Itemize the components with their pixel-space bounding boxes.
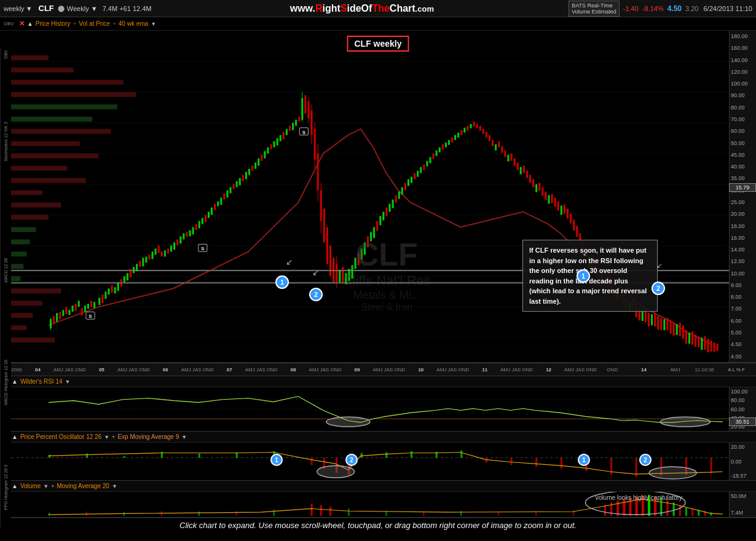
price-scale: 180.00 160.00 140.00 120.00 100.00 90.00… [729, 31, 756, 362]
svg-rect-288 [535, 458, 537, 467]
vol-title[interactable]: Volume [20, 483, 41, 489]
weekly-dropdown-icon[interactable]: ▼ [26, 5, 33, 12]
vol-ma-label[interactable]: Moving Average 20 [57, 483, 109, 489]
svg-rect-153 [392, 199, 394, 208]
vol-at-price-label[interactable]: Vol at Price [79, 20, 110, 27]
circle-ann-1a: 1 [275, 275, 289, 289]
svg-rect-106 [267, 148, 269, 154]
svg-rect-200 [538, 183, 540, 191]
svg-rect-65 [139, 261, 141, 267]
tl-08: 08 [278, 367, 309, 373]
ppo-ema-dropdown[interactable]: ▼ [181, 434, 187, 440]
ppo-ema-label[interactable]: Exp Moving Average 9 [117, 433, 179, 440]
svg-rect-256 [714, 342, 715, 352]
ppo-title[interactable]: Price Percent Oscillator 12 26 [20, 433, 101, 440]
vol-title-dropdown[interactable]: ▼ [43, 483, 49, 489]
svg-rect-239 [660, 318, 662, 330]
svg-rect-243 [673, 322, 675, 336]
weekly-label: weekly [4, 5, 25, 12]
price-70: 70.00 [731, 116, 755, 122]
rsi-panel: ✕ ▲ Wilder's RSI 14 ▼ 100.00 80.00 60.00… [0, 376, 756, 432]
svg-rect-160 [414, 173, 415, 180]
price-history-label[interactable]: Price History [36, 20, 71, 27]
ema-40-dropdown[interactable]: ▼ [151, 21, 156, 27]
svg-rect-74 [167, 248, 169, 253]
vol-ma-dropdown[interactable]: ▼ [112, 483, 117, 489]
svg-rect-311 [460, 511, 462, 516]
ppo-ema-sep: + [112, 434, 115, 440]
arrow-down-3: ↙ [583, 249, 589, 258]
svg-rect-25 [11, 55, 49, 60]
svg-rect-181 [479, 126, 481, 131]
price-pct: -8.14% [642, 5, 664, 12]
svg-rect-49 [87, 304, 89, 309]
watermark-industry: Steel & Iron [343, 302, 431, 313]
price-history-close[interactable]: ✕ [19, 20, 25, 28]
svg-rect-193 [517, 163, 519, 170]
svg-rect-100 [248, 169, 250, 175]
vol-dropdown[interactable]: ▲ [12, 483, 18, 489]
svg-rect-295 [711, 458, 712, 474]
svg-rect-282 [385, 452, 387, 458]
svg-rect-38 [53, 316, 55, 323]
price-12: 12.00 [731, 258, 755, 264]
main-chart[interactable]: CLF Cliffs Nat'l Res Metals & Mi... Stee… [0, 31, 756, 363]
svg-rect-154 [395, 195, 397, 203]
svg-rect-235 [648, 313, 650, 326]
svg-rect-185 [492, 140, 494, 146]
tl-04: 04 [22, 367, 53, 373]
svg-rect-277 [311, 458, 313, 465]
rsi-title[interactable]: Wilder's RSI 14 [20, 378, 63, 385]
svg-rect-151 [385, 207, 387, 216]
svg-rect-130 [323, 208, 325, 242]
ppo-neg18: -18.57 [731, 473, 755, 479]
timeframe-selector[interactable]: Weekly ▼ [67, 5, 98, 12]
price-60: 60.00 [731, 128, 755, 134]
price-6: 6.00 [731, 318, 755, 324]
svg-rect-28 [11, 251, 26, 256]
ticker-icon: ⬤ [58, 5, 65, 12]
tl-ond: OND [597, 367, 628, 373]
svg-text:S: S [302, 130, 306, 135]
price-history-dropdown[interactable]: ▲ [27, 20, 33, 27]
svg-rect-93 [226, 191, 228, 198]
svg-rect-156 [401, 188, 403, 195]
svg-point-297 [649, 467, 696, 479]
svg-rect-41 [62, 310, 64, 316]
current-price-box: 15.79 [729, 183, 756, 192]
svg-rect-189 [504, 151, 506, 157]
svg-rect-167 [436, 151, 438, 156]
weekly-selector[interactable]: weekly ▼ [4, 5, 33, 12]
svg-rect-241 [666, 318, 668, 330]
svg-rect-198 [532, 180, 534, 188]
svg-rect-174 [457, 133, 459, 138]
svg-rect-204 [551, 194, 553, 203]
price-7: 7.00 [731, 306, 755, 312]
svg-rect-73 [164, 250, 166, 256]
timeframe-dropdown-icon[interactable]: ▼ [91, 5, 98, 12]
svg-rect-111 [283, 132, 285, 140]
svg-rect-201 [541, 188, 543, 196]
svg-rect-14 [11, 191, 42, 195]
svg-rect-318 [623, 499, 625, 516]
svg-point-267 [326, 417, 370, 427]
website-chart: Chart [390, 3, 415, 14]
rsi-title-dropdown[interactable]: ▼ [65, 379, 71, 385]
ppo-title-dropdown[interactable]: ▼ [104, 434, 109, 440]
ppo-panel: ✕ ▲ Price Percent Oscillator 12 26 ▼ + E… [0, 432, 756, 481]
rsi-dropdown[interactable]: ▲ [12, 378, 18, 385]
svg-rect-47 [81, 308, 83, 315]
timeline: 2000 04 AMJ JAS OND 05 AMJ JAS OND 06 AM… [0, 363, 756, 376]
ema-40-label[interactable]: 40 wk ema [119, 20, 148, 27]
vol-7-4m: 7.4M [731, 510, 755, 516]
svg-rect-75 [170, 245, 172, 251]
svg-rect-20 [11, 117, 92, 122]
svg-rect-192 [514, 159, 516, 166]
bottom-caption: Click chart to expand. Use mouse scroll-… [0, 518, 756, 532]
tl-amj-10: AMJ JAS OND [436, 367, 469, 373]
svg-rect-70 [155, 248, 157, 255]
price-25: 25.00 [731, 199, 755, 205]
ppo-dropdown[interactable]: ▲ [12, 433, 18, 440]
watermark-company: Cliffs Nat'l Res [343, 273, 431, 289]
svg-rect-245 [679, 323, 681, 336]
